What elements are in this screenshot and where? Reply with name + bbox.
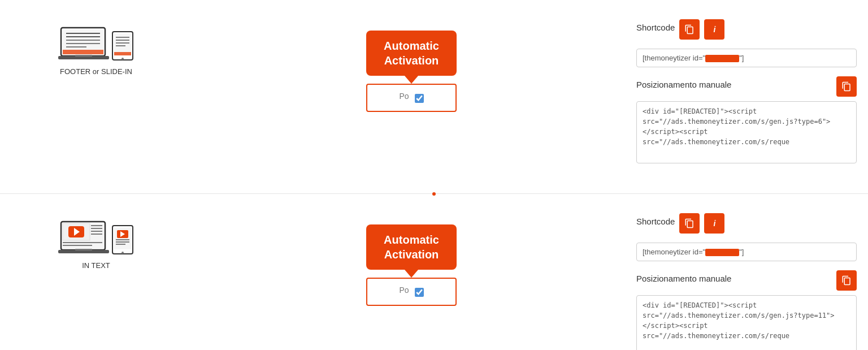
footer-shortcode-input[interactable]: [themoneytizer id=" "]: [636, 49, 857, 67]
intext-tablet-icon: [111, 224, 134, 256]
intext-shortcode-title: Shortcode: [636, 217, 675, 226]
svg-point-17: [121, 58, 124, 60]
footer-device-icon: [58, 25, 134, 62]
copy-icon: [684, 24, 695, 34]
footer-manual-block: Posizionamento manuale <div id="[REDACTE…: [636, 76, 857, 165]
in-text-row: IN TEXT AutomaticActivation Po Shortcode: [0, 194, 868, 350]
footer-shortcode-copy-button[interactable]: [679, 19, 700, 40]
footer-tooltip: AutomaticActivation: [366, 31, 457, 76]
intext-laptop-icon: [58, 219, 109, 256]
intext-manual-code[interactable]: <div id="[REDACTED]"><script src="//ads.…: [636, 295, 857, 350]
footer-left-col: FOOTER or SLIDE-IN: [0, 14, 192, 87]
intext-shortcode-block: Shortcode i [themoneytizer id=" "]: [636, 213, 857, 261]
intext-checkbox-wrapper: AutomaticActivation Po: [366, 224, 457, 306]
copy-icon-3: [684, 218, 695, 228]
footer-manual-header: Posizionamento manuale: [636, 76, 857, 97]
intext-po-label: Po: [399, 286, 409, 295]
intext-manual-block: Posizionamento manuale <div id="[REDACTE…: [636, 270, 857, 350]
laptop-icon: [58, 25, 109, 62]
intext-shortcode-row: Shortcode i: [636, 213, 857, 234]
footer-device-label: FOOTER or SLIDE-IN: [60, 67, 132, 76]
svg-rect-31: [75, 249, 92, 250]
footer-po-label: Po: [399, 92, 409, 101]
tablet-icon: [111, 31, 134, 62]
footer-checkbox-area: Po: [366, 84, 457, 112]
svg-rect-9: [75, 55, 92, 57]
footer-manual-code[interactable]: <div id="[REDACTED]"><script src="//ads.…: [636, 101, 857, 163]
intext-left-col: IN TEXT: [0, 208, 192, 281]
main-container: FOOTER or SLIDE-IN AutomaticActivation P…: [0, 0, 868, 350]
intext-manual-header: Posizionamento manuale: [636, 270, 857, 291]
intext-checkbox-area: Po: [366, 278, 457, 306]
copy-icon-4: [841, 275, 852, 286]
intext-manual-title: Posizionamento manuale: [636, 274, 731, 283]
footer-shortcode-block: Shortcode i [themoneytizer id=" "]: [636, 19, 857, 67]
intext-shortcode-info-button[interactable]: i: [704, 213, 724, 234]
footer-middle-col: AutomaticActivation Po: [192, 14, 631, 112]
footer-auto-activation-checkbox[interactable]: [415, 94, 424, 103]
intext-right-col: Shortcode i [themoneytizer id=" "] Posiz…: [631, 208, 868, 350]
intext-auto-activation-checkbox[interactable]: [415, 288, 424, 297]
svg-rect-7: [63, 50, 103, 54]
footer-shortcode-row: Shortcode i: [636, 19, 857, 40]
footer-slide-in-row: FOOTER or SLIDE-IN AutomaticActivation P…: [0, 0, 868, 194]
copy-icon-2: [841, 81, 852, 92]
intext-device-icon: [58, 219, 134, 256]
footer-shortcode-title: Shortcode: [636, 23, 675, 32]
footer-id-redacted: [705, 55, 739, 62]
intext-tooltip: AutomaticActivation: [366, 224, 457, 270]
intext-device-label: IN TEXT: [82, 261, 110, 270]
intext-shortcode-input[interactable]: [themoneytizer id=" "]: [636, 243, 857, 261]
svg-rect-16: [114, 52, 131, 55]
footer-checkbox-wrapper: AutomaticActivation Po: [366, 31, 457, 112]
svg-point-39: [121, 252, 124, 254]
intext-shortcode-copy-button[interactable]: [679, 213, 700, 234]
footer-shortcode-info-button[interactable]: i: [704, 19, 724, 40]
footer-manual-title: Posizionamento manuale: [636, 80, 731, 89]
intext-middle-col: AutomaticActivation Po: [192, 208, 631, 306]
intext-id-redacted: [705, 249, 739, 256]
footer-manual-copy-button[interactable]: [836, 76, 857, 97]
intext-manual-copy-button[interactable]: [836, 270, 857, 291]
footer-right-col: Shortcode i [themoneytizer id=" "] Posiz…: [631, 14, 868, 180]
